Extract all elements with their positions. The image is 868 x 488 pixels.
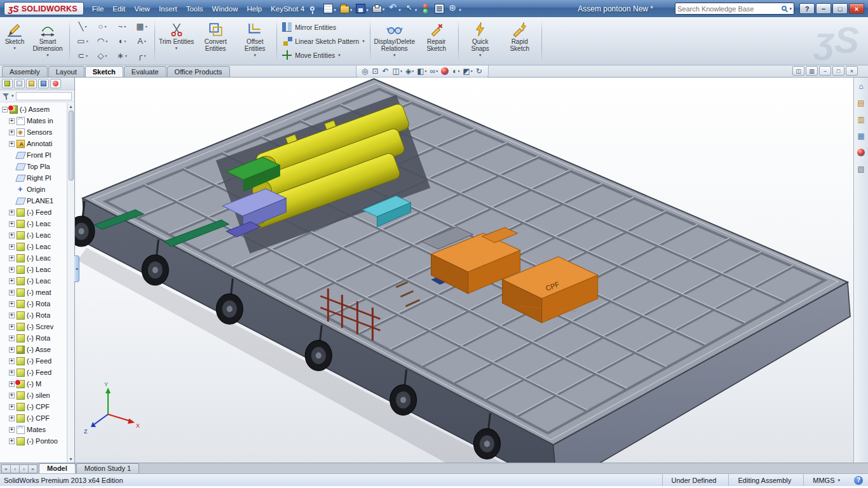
tree-item[interactable]: + (-) CPF (1, 401, 66, 412)
expand-toggle[interactable]: + (9, 255, 15, 261)
tree-item[interactable]: + (-) Leac (1, 275, 66, 287)
pontoon-assembly-view[interactable]: CPF Y X Z (75, 78, 853, 463)
tree-item[interactable]: + (-) Feed (1, 355, 66, 367)
expand-toggle[interactable]: + (9, 290, 15, 295)
expand-toggle[interactable]: + (9, 336, 15, 341)
tree-item[interactable]: Origin (1, 184, 66, 195)
tree-item[interactable]: + Mates in (1, 115, 66, 126)
rotate-view-icon[interactable]: ↻ (476, 67, 483, 75)
rectangle-button[interactable]: ▭▾ (73, 34, 92, 48)
rapid-sketch-button[interactable]: Rapid Sketch (500, 18, 539, 64)
expand-toggle[interactable] (9, 175, 15, 181)
convert-entities-button[interactable]: Convert Entities (196, 18, 235, 64)
tab-office-products[interactable]: Office Products (167, 66, 230, 77)
first-tab-button[interactable]: « (1, 464, 11, 473)
text-button[interactable]: A▾ (132, 34, 151, 48)
tree-item[interactable]: + (-) Leac (1, 241, 66, 252)
close-button[interactable]: × (849, 3, 864, 14)
expand-toggle[interactable]: + (9, 278, 15, 284)
document-minimize-button[interactable]: − (819, 66, 831, 76)
tree-item[interactable]: Top Pla (1, 161, 66, 172)
configurationmanager-tab[interactable] (26, 79, 37, 88)
display-delete-relations-button[interactable]: Display/Delete Relations ▾ (372, 18, 417, 64)
tree-filter-input[interactable] (16, 92, 72, 100)
expand-toggle[interactable]: + (9, 141, 15, 147)
motion-study-tab[interactable]: Motion Study 1 (76, 463, 139, 473)
previous-view-icon[interactable]: ↶ (383, 67, 390, 75)
tree-scrollbar[interactable]: ▲ ▼ (67, 103, 74, 463)
expand-toggle[interactable]: + (9, 324, 15, 330)
scrollbar-thumb[interactable] (69, 111, 74, 180)
tree-item[interactable]: + (-) meat (1, 287, 66, 298)
file-explorer-icon[interactable]: ▥ (855, 114, 867, 125)
status-cell[interactable]: MMGS▾ (803, 474, 849, 486)
tab-evaluate[interactable]: Evaluate (124, 66, 166, 77)
last-tab-button[interactable]: » (28, 464, 37, 473)
tree-item[interactable]: + Sensors (1, 126, 66, 138)
menu-item[interactable]: Tools (182, 3, 208, 15)
expand-toggle[interactable]: + (9, 358, 15, 364)
line-button[interactable]: ╲▾ (73, 20, 92, 34)
displaymanager-tab[interactable] (50, 79, 61, 88)
expand-toggle[interactable]: + (9, 130, 15, 135)
expand-toggle[interactable]: + (9, 313, 15, 318)
expand-toggle[interactable]: + (9, 404, 15, 410)
expand-toggle[interactable]: + (9, 301, 15, 307)
arc-button[interactable]: ◠▾ (93, 34, 112, 48)
search-input[interactable] (677, 5, 780, 13)
slot-button[interactable]: ⊂▾ (73, 49, 92, 63)
tree-item[interactable]: + (-) CPF (1, 412, 66, 424)
view-orientation-icon[interactable]: ◈▾ (405, 67, 414, 75)
design-library-icon[interactable]: ▤ (855, 97, 867, 109)
minimize-button[interactable]: − (816, 3, 831, 14)
expand-toggle[interactable]: + (9, 347, 15, 353)
expand-toggle[interactable]: + (9, 244, 15, 250)
menu-item[interactable]: File (88, 3, 109, 15)
tree-item[interactable]: + (-) silen (1, 390, 66, 401)
menu-item[interactable]: Window (208, 3, 243, 15)
tab-sketch[interactable]: Sketch (85, 66, 123, 77)
expand-toggle[interactable] (9, 152, 15, 158)
search-dropdown-icon[interactable]: ▾ (789, 6, 792, 11)
viewport-split-button[interactable]: ▥ (806, 66, 818, 76)
menu-item[interactable]: Insert (154, 3, 182, 15)
circle-button[interactable]: ○▾ (93, 20, 112, 34)
model-tab[interactable]: Model (39, 463, 76, 473)
solidworks-resources-icon[interactable]: ⌂ (855, 81, 867, 92)
next-tab-button[interactable]: › (19, 464, 29, 473)
filter-icon[interactable] (3, 93, 10, 100)
menu-item[interactable]: Edit (108, 3, 130, 15)
tab-layout[interactable]: Layout (48, 66, 85, 77)
expand-toggle[interactable]: + (9, 427, 15, 433)
propertymanager-tab[interactable] (14, 79, 25, 88)
expand-toggle[interactable]: + (9, 118, 15, 124)
linear-sketch-pattern-button[interactable]: Linear Sketch Pattern▾ (282, 35, 365, 47)
polygon-button[interactable]: ◇▾ (93, 49, 112, 63)
expand-toggle[interactable] (9, 187, 15, 193)
dimxpertmanager-tab[interactable] (38, 79, 49, 88)
repair-sketch-button[interactable]: Repair Sketch (417, 18, 456, 64)
view-settings-icon[interactable]: ◩▾ (463, 67, 472, 75)
panel-collapse-handle[interactable]: ◂ (74, 255, 79, 282)
section-view-icon[interactable]: ◫▾ (393, 67, 402, 75)
tree-item[interactable]: − (-) Assem (1, 104, 66, 115)
menu-pin-icon[interactable] (310, 6, 315, 11)
tab-assembly[interactable]: Assembly (2, 66, 48, 77)
tree-item[interactable]: + (-) Leac (1, 229, 66, 241)
display-style-icon[interactable]: ◧▾ (417, 67, 426, 75)
trim-entities-button[interactable]: Trim Entities ▾ (157, 18, 196, 64)
tree-item[interactable]: Right Pl (1, 172, 66, 184)
status-cell[interactable]: Editing Assembly (728, 474, 803, 486)
zoom-to-fit-icon[interactable]: ◎ (362, 67, 369, 75)
tree-item[interactable]: + (-) Leac (1, 264, 66, 275)
tree-item[interactable]: Front Pl (1, 149, 66, 161)
tree-item[interactable]: + (-) Rota (1, 309, 66, 321)
select-icon[interactable]: ▾ (403, 3, 419, 14)
tree-item[interactable]: PLANE1 (1, 195, 66, 207)
expand-toggle[interactable]: + (9, 267, 15, 273)
viewport-layout-button[interactable]: ◫ (792, 66, 804, 76)
previous-tab-button[interactable]: ‹ (10, 464, 20, 473)
mirror-entities-button[interactable]: Mirror Entities (282, 21, 365, 33)
filter-dropdown-icon[interactable]: ▾ (11, 93, 14, 98)
restore-button[interactable]: □ (832, 3, 848, 14)
